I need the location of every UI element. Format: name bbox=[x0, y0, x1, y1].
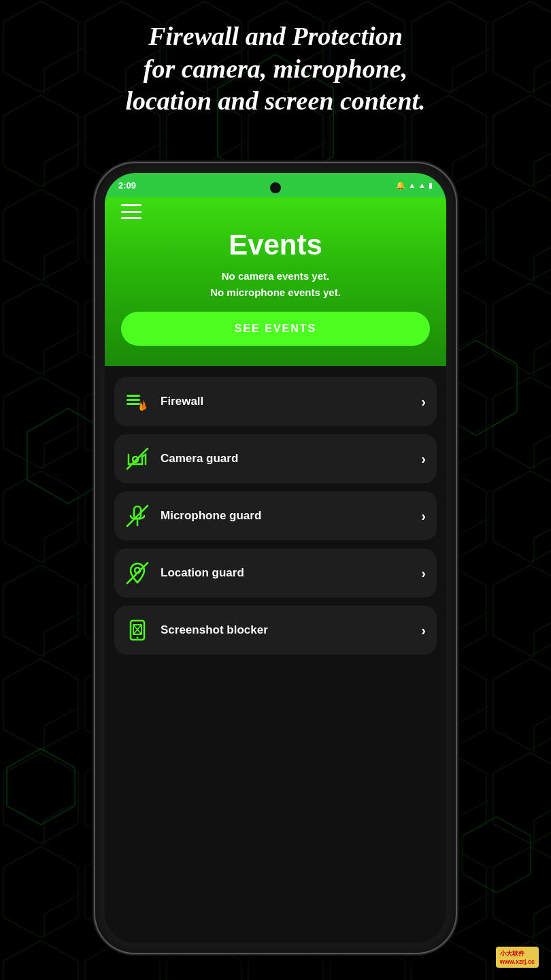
firewall-chevron: › bbox=[421, 394, 426, 410]
camera-notch bbox=[270, 182, 281, 193]
screenshot-icon bbox=[125, 618, 150, 642]
watermark: 小大软件 www.xzrj.cc bbox=[496, 947, 539, 968]
svg-rect-10 bbox=[127, 399, 140, 401]
battery-icon: ▮ bbox=[429, 181, 433, 190]
no-camera-events: No camera events yet. bbox=[121, 268, 430, 284]
location-guard-label: Location guard bbox=[161, 566, 410, 580]
microphone-guard-menu-item[interactable]: Microphone guard › bbox=[114, 491, 437, 540]
mic-off-icon bbox=[125, 504, 150, 528]
watermark-line2: www.xzrj.cc bbox=[500, 958, 535, 965]
app-header: Events No camera events yet. No micropho… bbox=[105, 197, 446, 366]
firewall-label: Firewall bbox=[161, 395, 410, 408]
screenshot-blocker-label: Screenshot blocker bbox=[161, 623, 410, 637]
location-off-icon bbox=[125, 561, 150, 585]
status-icons: 🔔 ▲ ▲ ▮ bbox=[396, 181, 433, 190]
camera-off-icon bbox=[125, 446, 150, 471]
camera-guard-label: Camera guard bbox=[161, 452, 410, 466]
wifi-icon: ▲ bbox=[408, 181, 416, 189]
notification-icon: 🔔 bbox=[396, 181, 405, 190]
microphone-guard-label: Microphone guard bbox=[161, 509, 410, 523]
hamburger-menu[interactable] bbox=[121, 204, 141, 219]
camera-guard-chevron: › bbox=[421, 451, 426, 467]
screenshot-blocker-menu-item[interactable]: Screenshot blocker › bbox=[114, 606, 437, 655]
events-subtitle: No camera events yet. No microphone even… bbox=[121, 268, 430, 301]
header-line1: Firewall and Protection bbox=[27, 20, 524, 53]
firewall-menu-item[interactable]: Firewall › bbox=[114, 377, 437, 426]
svg-rect-11 bbox=[127, 403, 140, 405]
events-title: Events bbox=[121, 229, 430, 261]
screenshot-blocker-chevron: › bbox=[421, 623, 426, 638]
svg-line-13 bbox=[127, 448, 148, 469]
location-guard-chevron: › bbox=[421, 566, 426, 581]
signal-icon: ▲ bbox=[418, 181, 426, 189]
firewall-icon bbox=[125, 389, 150, 414]
see-events-button[interactable]: SEE EVENTS bbox=[121, 312, 430, 346]
microphone-guard-chevron: › bbox=[421, 508, 426, 524]
header-line3: location and screen content. bbox=[27, 85, 524, 118]
header-line2: for camera, microphone, bbox=[27, 53, 524, 86]
watermark-line1: 小大软件 bbox=[500, 949, 535, 958]
phone-screen: 2:09 🔔 ▲ ▲ ▮ Events No camera events yet… bbox=[105, 173, 446, 943]
svg-rect-9 bbox=[127, 395, 140, 397]
location-guard-menu-item[interactable]: Location guard › bbox=[114, 549, 437, 598]
status-time: 2:09 bbox=[118, 180, 136, 191]
svg-point-21 bbox=[137, 637, 139, 639]
camera-guard-menu-item[interactable]: Camera guard › bbox=[114, 434, 437, 483]
phone: 2:09 🔔 ▲ ▲ ▮ Events No camera events yet… bbox=[95, 163, 456, 953]
promo-header: Firewall and Protection for camera, micr… bbox=[0, 20, 551, 118]
no-mic-events: No microphone events yet. bbox=[121, 284, 430, 301]
menu-list: Firewall › Camera guard › bbox=[105, 366, 446, 666]
